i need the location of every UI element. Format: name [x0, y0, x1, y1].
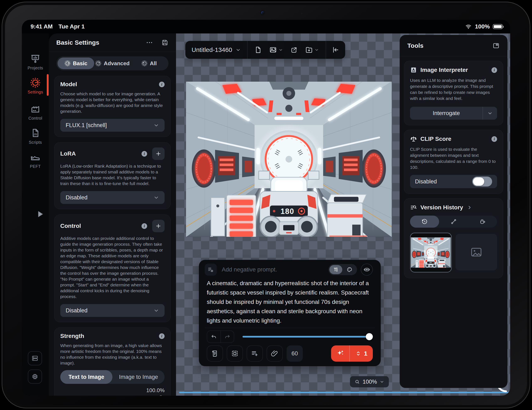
info-icon[interactable] [492, 67, 497, 73]
clip-score-switch[interactable] [472, 177, 492, 186]
prompt-input[interactable]: A cinematic, dramatic and hyperrealistic… [207, 279, 373, 325]
coffee-cup-icon [479, 218, 486, 225]
more-menu-icon[interactable] [146, 39, 153, 46]
palette-icon [347, 267, 352, 272]
negative-prompt-input[interactable]: Add negative prompt. [222, 266, 277, 273]
save-preset-icon[interactable] [161, 39, 169, 46]
batch-count: 1 [364, 350, 367, 357]
sidebar-label: Control [28, 116, 42, 121]
import-image-button[interactable] [269, 46, 283, 54]
clip-score-state: Disabled [415, 178, 437, 185]
canvas-size-button[interactable] [227, 345, 243, 362]
version-thumbnail-placeholder[interactable] [456, 234, 497, 270]
undo-button[interactable] [207, 331, 220, 343]
prompt-enhance-button[interactable] [247, 345, 263, 362]
interrogate-button[interactable]: Interrogate [410, 107, 497, 120]
model-dropdown[interactable]: FLUX.1 [schnell] [60, 119, 165, 132]
battery-icon [493, 24, 503, 29]
paint-mode-button[interactable] [343, 265, 356, 274]
batch-count-stepper[interactable]: 1 [350, 350, 373, 357]
control-dropdown[interactable]: Disabled [60, 304, 165, 317]
gauge-icon [95, 60, 101, 66]
save-to-folder-button[interactable] [305, 46, 319, 54]
strength-value: 100.0% [60, 387, 165, 394]
info-icon[interactable] [492, 136, 497, 142]
selection-frame-icon [231, 350, 239, 357]
slider-track [243, 336, 373, 337]
active-nav-indicator [47, 74, 49, 96]
sidebar-item-settings[interactable]: Settings [22, 77, 49, 94]
sidebar-label: Projects [28, 66, 43, 70]
tab-advanced[interactable]: Advanced [94, 57, 131, 69]
history-scroll-button[interactable] [207, 345, 223, 362]
lora-dropdown[interactable]: Disabled [60, 191, 165, 204]
popout-icon [492, 42, 500, 49]
generated-image[interactable] [186, 82, 392, 237]
model-section: Model Choose which model to use for imag… [54, 76, 171, 137]
tab-label: Basic [73, 60, 87, 67]
version-thumbnail-selected[interactable] [410, 233, 452, 272]
image-to-image-option[interactable]: Image to Image [113, 370, 165, 384]
redo-button[interactable] [220, 331, 234, 343]
popout-panel-button[interactable] [492, 42, 500, 49]
magnifier-icon [354, 379, 360, 384]
model-manager-button[interactable] [28, 351, 42, 365]
horizontal-scrollbar[interactable] [179, 392, 509, 393]
front-camera [261, 11, 264, 14]
add-control-button[interactable] [152, 220, 165, 232]
tool-title: CLIP Score [420, 136, 451, 142]
chevron-down-icon [314, 47, 319, 52]
tab-label: All [150, 60, 157, 67]
info-icon[interactable] [159, 333, 165, 339]
new-document-button[interactable] [254, 46, 262, 54]
switch-knob [473, 177, 484, 186]
negative-prompt-icon [207, 266, 214, 273]
tab-all[interactable]: All [131, 57, 167, 69]
version-history-header[interactable]: Version History [410, 204, 497, 211]
share-button[interactable] [290, 46, 298, 54]
generate-trigger[interactable] [331, 345, 349, 362]
text-mode-button[interactable] [329, 265, 342, 274]
sidebar-item-projects[interactable]: Projects [22, 53, 49, 70]
chevron-down-icon [236, 47, 241, 53]
sidebar-item-peft[interactable]: PEFT [22, 152, 49, 169]
strength-slider[interactable] [60, 395, 165, 396]
prompt-divider [205, 328, 375, 328]
branches-tab[interactable] [439, 216, 468, 228]
add-lora-button[interactable] [152, 148, 165, 160]
text-to-image-option[interactable]: Text to Image [60, 370, 113, 384]
gauge-icon [141, 60, 148, 66]
interrogate-options-button[interactable] [483, 107, 497, 120]
sidebar-item-control[interactable]: Control [22, 104, 49, 121]
zoom-control[interactable]: 100% [350, 376, 389, 387]
generate-button[interactable]: 1 [331, 345, 373, 362]
info-icon[interactable] [142, 151, 147, 157]
attachment-button[interactable] [267, 345, 283, 362]
status-date: Tue Apr 1 [58, 23, 85, 30]
slider-knob[interactable] [157, 395, 165, 396]
collapse-panel-button[interactable] [326, 46, 345, 54]
compute-settings-button[interactable] [28, 370, 42, 384]
tools-title: Tools [407, 42, 424, 49]
breaks-tab[interactable] [468, 216, 497, 228]
tools-panel: Tools Image Interpreter Uses an LLM to a… [400, 35, 507, 388]
history-tab[interactable] [410, 216, 439, 228]
tool-title: Image Interpreter [420, 67, 468, 73]
scroll-icon [211, 350, 219, 357]
folder-download-icon [305, 46, 313, 54]
lora-section: LoRA LoRA (Low-order Rank Adaptation) is… [54, 142, 171, 209]
slider-knob[interactable] [366, 333, 373, 340]
document-title-dropdown[interactable]: Untitled-13460 [185, 46, 247, 53]
steps-value[interactable]: 60 [286, 345, 303, 362]
guidance-slider[interactable] [243, 333, 373, 341]
node-link-icon [450, 218, 457, 225]
info-icon[interactable] [142, 223, 147, 229]
section-description: When generating from an image, a high va… [60, 343, 165, 366]
section-description: Additive models can provide additional c… [60, 235, 165, 299]
preview-toggle-button[interactable] [361, 264, 373, 276]
sidebar-item-scripts[interactable]: JS Scripts [22, 128, 49, 145]
image-interpreter-card: Image Interpreter Uses an LLM to analyze… [404, 61, 503, 125]
tab-basic[interactable]: Basic [57, 57, 94, 69]
negative-prompt-button[interactable] [205, 264, 217, 276]
info-icon[interactable] [159, 82, 165, 87]
